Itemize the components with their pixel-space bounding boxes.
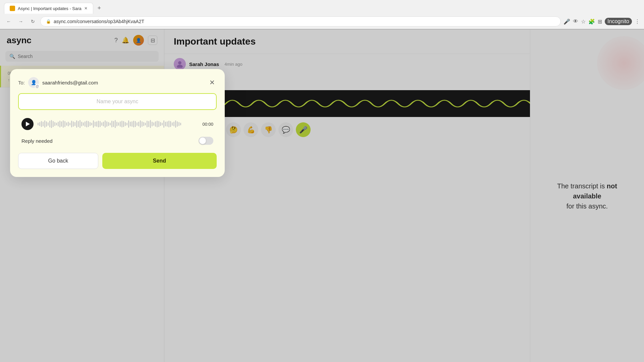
reload-button[interactable]: ↻ <box>28 17 38 26</box>
tab-close-btn[interactable]: ✕ <box>84 6 88 11</box>
tab-bar: Async | Important updates - Sara ✕ + <box>0 0 644 14</box>
reply-needed-toggle[interactable] <box>199 137 213 145</box>
new-tab-button[interactable]: + <box>95 4 104 13</box>
tab-title: Async | Important updates - Sara <box>18 6 82 11</box>
camera-icon[interactable]: 👁 <box>573 18 578 24</box>
go-back-button[interactable]: Go back <box>18 153 98 169</box>
extensions-icon[interactable]: 🧩 <box>588 18 595 25</box>
star-icon[interactable]: ☆ <box>581 18 586 25</box>
incognito-badge: Incognito <box>605 18 632 25</box>
tab-favicon <box>10 6 15 11</box>
to-label: To: <box>18 80 25 85</box>
modal-waveform: // Generate waveform bars inline const h… <box>38 119 198 129</box>
modal-audio-time: 00:00 <box>202 122 213 127</box>
lock-icon: 🔒 <box>46 19 51 24</box>
nav-bar: ← → ↻ 🔒 async.com/conversations/op3Ab4hj… <box>0 14 644 29</box>
send-button[interactable]: Send <box>102 153 217 169</box>
browser-chrome: Async | Important updates - Sara ✕ + ← →… <box>0 0 644 29</box>
reply-needed-label: Reply needed <box>21 138 53 144</box>
menu-icon[interactable]: ⋮ <box>635 18 640 25</box>
url-text: async.com/conversations/op3Ab4hjKvaA2T <box>54 19 144 24</box>
modal-to-row: To: 👤 saarahfriends@gtail.com ✕ <box>18 77 217 88</box>
active-tab[interactable]: Async | Important updates - Sara ✕ <box>4 3 93 14</box>
modal-buttons: Go back Send <box>18 153 217 169</box>
modal-play-icon <box>26 122 30 126</box>
modal-close-button[interactable]: ✕ <box>207 78 217 87</box>
address-bar[interactable]: 🔒 async.com/conversations/op3Ab4hjKvaA2T <box>40 16 561 26</box>
nav-icons: 🎤 👁 ☆ 🧩 ⊞ Incognito ⋮ <box>564 18 640 25</box>
sidebar-icon[interactable]: ⊞ <box>598 18 602 25</box>
forward-button[interactable]: → <box>16 17 25 26</box>
compose-modal: To: 👤 saarahfriends@gtail.com ✕ // Gener… <box>10 69 225 177</box>
reply-toggle-row: Reply needed <box>18 137 217 145</box>
toggle-knob <box>199 137 206 144</box>
recipient-icon: 👤 <box>28 77 39 88</box>
async-name-input[interactable] <box>18 93 217 110</box>
back-button[interactable]: ← <box>4 17 13 26</box>
modal-play-button[interactable] <box>21 118 34 130</box>
microphone-icon[interactable]: 🎤 <box>564 18 570 25</box>
modal-overlay: To: 👤 saarahfriends@gtail.com ✕ // Gener… <box>0 29 644 362</box>
recipient-email: saarahfriends@gtail.com <box>42 80 204 85</box>
modal-audio-player: // Generate waveform bars inline const h… <box>18 118 217 130</box>
